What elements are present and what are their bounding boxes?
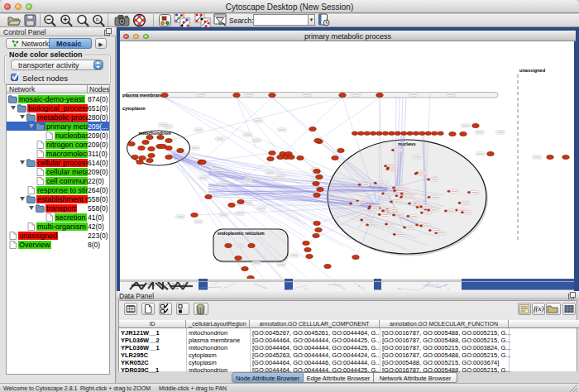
svg-text:unassigned: unassigned <box>519 68 546 73</box>
svg-text:R: R <box>96 17 100 22</box>
svg-text:cytoplasm: cytoplasm <box>122 106 146 111</box>
svg-text:mitochondrion: mitochondrion <box>138 131 171 136</box>
svg-text:plasma membrane: plasma membrane <box>122 93 163 98</box>
